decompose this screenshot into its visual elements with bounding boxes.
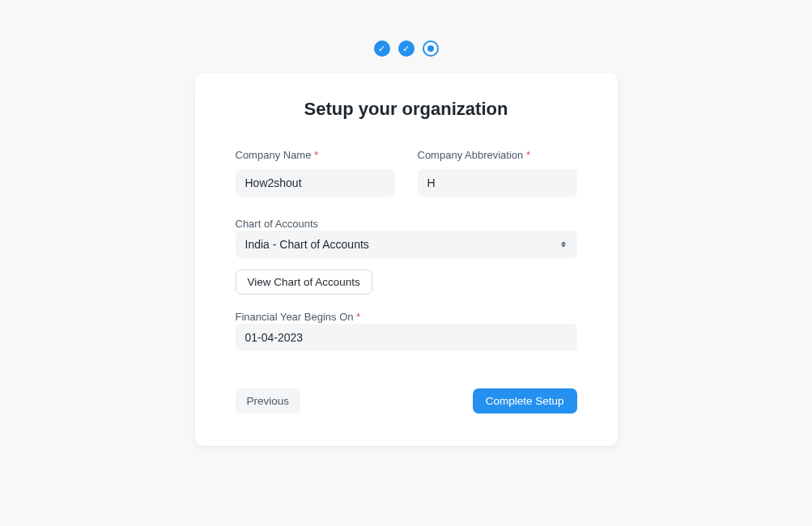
financial-year-group: Financial Year Begins On * <box>236 309 577 351</box>
chart-accounts-label: Chart of Accounts <box>236 218 319 230</box>
company-name-input[interactable] <box>236 169 395 197</box>
company-abbr-label: Company Abbreviation * <box>418 149 577 161</box>
complete-setup-button[interactable]: Complete Setup <box>473 388 577 414</box>
page-title: Setup your organization <box>236 99 577 120</box>
financial-year-input[interactable] <box>236 324 577 351</box>
step-2-complete: ✓ <box>398 40 415 57</box>
setup-card: Setup your organization Company Name * C… <box>195 73 618 446</box>
footer-actions: Previous Complete Setup <box>236 388 577 414</box>
company-name-group: Company Name * <box>236 149 395 197</box>
setup-container: ✓ ✓ Setup your organization Company Name… <box>0 0 812 446</box>
previous-button[interactable]: Previous <box>236 388 301 414</box>
financial-year-label: Financial Year Begins On * <box>236 311 361 323</box>
chart-accounts-select-wrapper: India - Chart of Accounts <box>236 231 577 258</box>
row-company: Company Name * Company Abbreviation * <box>236 149 577 197</box>
company-abbr-input[interactable] <box>418 169 577 197</box>
chart-accounts-group: Chart of Accounts India - Chart of Accou… <box>236 216 577 258</box>
check-icon: ✓ <box>378 45 385 53</box>
chart-accounts-select[interactable]: India - Chart of Accounts <box>236 231 577 258</box>
stepper: ✓ ✓ <box>374 40 439 57</box>
step-1-complete: ✓ <box>374 40 390 57</box>
company-abbr-group: Company Abbreviation * <box>418 149 577 197</box>
step-3-current <box>423 40 439 57</box>
company-name-label: Company Name * <box>236 149 395 161</box>
view-chart-button[interactable]: View Chart of Accounts <box>236 269 372 295</box>
check-icon: ✓ <box>402 45 410 53</box>
